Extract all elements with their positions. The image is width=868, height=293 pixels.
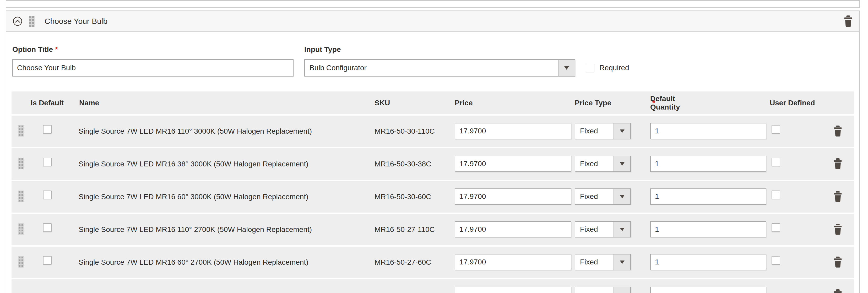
price-type-select[interactable]: Fixed [575, 189, 631, 205]
user-defined-checkbox[interactable] [772, 191, 780, 199]
option-value-name: Single Source 7W LED MR16 38° 3000K (50W… [79, 148, 308, 180]
table-rows: Single Source 7W LED MR16 110° 3000K (50… [11, 116, 854, 293]
input-type-selected-value: Bulb Configurator [305, 60, 558, 76]
option-title-input[interactable] [12, 59, 293, 76]
default-quantity-input[interactable] [650, 221, 766, 237]
header-sku: SKU [374, 92, 390, 114]
price-input[interactable] [455, 123, 571, 139]
drag-handle-icon[interactable] [19, 257, 23, 267]
default-quantity-input[interactable] [650, 156, 766, 172]
required-checkbox-label: Required [599, 59, 629, 76]
table-row: Single Source 7W LED MR16 110° 3000K (50… [11, 116, 854, 147]
drag-handle-icon[interactable] [19, 224, 23, 234]
header-price: Price [455, 92, 473, 114]
option-value-sku: MR16-50-27-110C [374, 214, 435, 245]
delete-option-trash-icon[interactable] [844, 15, 852, 28]
delete-row-trash-icon[interactable] [834, 158, 842, 170]
input-type-label: Input Type [304, 45, 341, 54]
header-user-defined: User Defined [770, 92, 815, 114]
caret-down-icon[interactable] [614, 287, 630, 293]
drag-handle-icon[interactable] [19, 191, 23, 201]
caret-down-icon[interactable] [614, 156, 630, 171]
required-asterisk: * [55, 45, 58, 54]
option-value-sku: MR16-50-30-38C [374, 148, 431, 180]
option-title-label: Option Title* [12, 45, 58, 54]
is-default-checkbox[interactable] [43, 223, 52, 232]
option-value-name: Single Source 7W LED MR16 110° 2700K (50… [79, 214, 312, 245]
caret-down-icon[interactable] [558, 60, 575, 76]
table-row: Single Source 7W LED MR16 60° 2700K (50W… [11, 247, 854, 278]
header-is-default: Is Default [31, 92, 64, 114]
delete-row-trash-icon[interactable] [834, 289, 842, 293]
required-asterisk: * [652, 92, 655, 114]
is-default-checkbox[interactable] [43, 191, 52, 199]
header-price-type: Price Type [575, 92, 612, 114]
previous-option-panel [6, 0, 860, 8]
price-type-selected-value: Fixed [575, 124, 614, 139]
price-input[interactable] [455, 221, 571, 237]
price-type-selected-value: Fixed [575, 222, 614, 237]
delete-row-trash-icon[interactable] [834, 224, 842, 236]
price-type-selected-value: Fixed [575, 156, 614, 171]
default-quantity-input[interactable] [650, 189, 766, 205]
option-value-sku: MR16-50-30-110C [374, 116, 435, 147]
delete-row-trash-icon[interactable] [834, 191, 842, 203]
price-type-select[interactable]: Fixed [575, 123, 631, 139]
table-row: Single Source 7W LED MR16 60° 3000K (50W… [11, 181, 854, 213]
default-quantity-input[interactable] [650, 287, 766, 293]
table-row: Single Source 7W LED MR16 38° 3000K (50W… [11, 148, 854, 180]
option-value-sku: MR16-50-27-60C [374, 247, 431, 278]
option-values-table: Is Default Name SKU Price Price Type Def… [11, 92, 854, 293]
price-input[interactable] [455, 254, 571, 270]
is-default-checkbox[interactable] [43, 158, 52, 166]
caret-down-icon[interactable] [614, 124, 630, 139]
price-type-select[interactable]: Fixed [575, 156, 631, 172]
default-quantity-input[interactable] [650, 123, 766, 139]
caret-down-icon[interactable] [614, 222, 630, 237]
price-type-select[interactable] [575, 287, 631, 293]
table-row: Single Source 7W LED MR16 110° 2700K (50… [11, 214, 854, 245]
delete-row-trash-icon[interactable] [834, 257, 842, 268]
price-type-selected-value: Fixed [575, 255, 614, 270]
user-defined-checkbox[interactable] [772, 158, 780, 166]
option-value-name: Single Source 7W LED MR16 60° 3000K (50W… [79, 181, 308, 213]
table-row [11, 280, 854, 293]
price-input[interactable] [455, 189, 571, 205]
price-type-selected-value [575, 287, 614, 293]
price-input[interactable] [455, 287, 571, 293]
user-defined-checkbox[interactable] [772, 125, 780, 134]
is-default-checkbox[interactable] [43, 256, 52, 265]
table-header-row: Is Default Name SKU Price Price Type Def… [11, 92, 854, 114]
option-title-label-text: Option Title [12, 45, 53, 54]
caret-down-icon[interactable] [614, 189, 630, 204]
option-panel-title: Choose Your Bulb [44, 11, 107, 31]
price-type-select[interactable]: Fixed [575, 254, 631, 270]
collapse-chevron-up-icon[interactable] [13, 17, 22, 26]
price-type-selected-value: Fixed [575, 189, 614, 204]
drag-handle-icon[interactable] [29, 16, 34, 27]
drag-handle-icon[interactable] [19, 158, 23, 169]
input-type-select[interactable]: Bulb Configurator [304, 59, 575, 76]
is-default-checkbox[interactable] [43, 125, 52, 134]
header-name: Name [79, 92, 99, 114]
option-panel-header: Choose Your Bulb [6, 11, 859, 32]
delete-row-trash-icon[interactable] [834, 126, 842, 137]
drag-handle-icon[interactable] [19, 126, 23, 136]
user-defined-checkbox[interactable] [772, 256, 780, 265]
option-value-name: Single Source 7W LED MR16 60° 2700K (50W… [79, 247, 308, 278]
option-panel-choose-your-bulb: Choose Your Bulb Option Title* Input Typ… [6, 10, 860, 293]
required-checkbox[interactable] [586, 64, 594, 72]
option-value-sku: MR16-50-30-60C [374, 181, 431, 213]
price-type-select[interactable]: Fixed [575, 221, 631, 237]
default-quantity-input[interactable] [650, 254, 766, 270]
caret-down-icon[interactable] [614, 255, 630, 270]
price-input[interactable] [455, 156, 571, 172]
user-defined-checkbox[interactable] [772, 223, 780, 232]
option-value-name: Single Source 7W LED MR16 110° 3000K (50… [79, 116, 312, 147]
